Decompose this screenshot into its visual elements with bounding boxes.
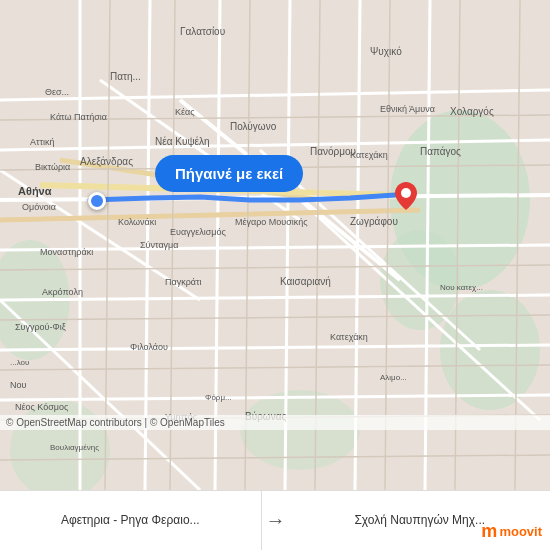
svg-text:Ψυχικό: Ψυχικό (370, 46, 402, 57)
svg-text:Παπάγος: Παπάγος (420, 146, 461, 157)
svg-text:Πατη...: Πατη... (110, 71, 141, 82)
svg-text:Ευαγγελισμός: Ευαγγελισμός (170, 227, 226, 237)
svg-point-3 (440, 290, 540, 410)
to-label: Σχολή Ναυπηγών Μηχ... (354, 513, 485, 529)
svg-text:Ακρόπολη: Ακρόπολη (42, 287, 83, 297)
svg-text:...λου: ...λου (10, 358, 29, 367)
moovit-icon: m (481, 521, 497, 542)
map-container[interactable]: Γαλατσίου Ψυχικό Πατη... Θεσ... Κάτω Πατ… (0, 0, 550, 490)
svg-text:Βικτώρια: Βικτώρια (35, 162, 70, 172)
svg-text:Παγκράτι: Παγκράτι (165, 277, 202, 287)
svg-point-83 (401, 188, 411, 198)
svg-text:Καισαριανή: Καισαριανή (280, 276, 331, 287)
svg-text:Κατεχάκη: Κατεχάκη (330, 332, 368, 342)
navigate-button[interactable]: Πήγαινέ με εκεί (155, 155, 303, 192)
destination-marker (395, 182, 417, 210)
svg-text:Κέας: Κέας (175, 107, 195, 117)
from-label: Αφετηρια - Ρηγα Φεραιο... (61, 513, 200, 529)
svg-text:Μέγαρο Μουσικής: Μέγαρο Μουσικής (235, 217, 308, 227)
moovit-text: moovit (499, 524, 542, 539)
svg-text:Αλεξάνδρας: Αλεξάνδρας (80, 156, 133, 168)
svg-text:Κολωνάκι: Κολωνάκι (118, 217, 156, 227)
svg-text:Αττική: Αττική (30, 137, 55, 147)
svg-text:Νέα Κυψέλη: Νέα Κυψέλη (155, 136, 210, 147)
svg-text:Θεσ...: Θεσ... (45, 87, 69, 97)
svg-text:Ομόνοια: Ομόνοια (22, 202, 56, 212)
svg-text:Κατεχάκη: Κατεχάκη (350, 150, 388, 160)
svg-text:Κάτω Πατήσια: Κάτω Πατήσια (50, 112, 107, 122)
svg-text:Νέος Κόσμος: Νέος Κόσμος (15, 402, 69, 412)
svg-text:Φιλολάου: Φιλολάου (130, 342, 168, 352)
svg-text:Βουλιαγμένης: Βουλιαγμένης (50, 443, 99, 452)
svg-text:Νου: Νου (10, 380, 27, 390)
svg-text:Φόρμ...: Φόρμ... (205, 393, 232, 402)
origin-marker (88, 192, 106, 210)
moovit-logo: m moovit (481, 521, 542, 542)
svg-text:Αλιμο...: Αλιμο... (380, 373, 407, 382)
from-section: Αφετηρια - Ρηγα Φεραιο... (0, 491, 262, 550)
svg-text:Μοναστηράκι: Μοναστηράκι (40, 247, 93, 257)
copyright-text: © OpenStreetMap contributors | © OpenMap… (6, 417, 225, 428)
svg-text:Νου κατεχ...: Νου κατεχ... (440, 283, 483, 292)
direction-arrow: → (262, 509, 290, 532)
svg-text:Αθήνα: Αθήνα (18, 185, 52, 197)
svg-text:Συγγρού-Φιξ: Συγγρού-Φιξ (15, 322, 66, 332)
svg-text:Χολαργός: Χολαργός (450, 106, 494, 117)
svg-text:Ζωγράφου: Ζωγράφου (350, 216, 398, 227)
svg-text:Γαλατσίου: Γαλατσίου (180, 26, 225, 37)
svg-text:Εθνική Άμυνα: Εθνική Άμυνα (380, 104, 435, 114)
svg-text:Πολύγωνο: Πολύγωνο (230, 121, 277, 132)
copyright-bar: © OpenStreetMap contributors | © OpenMap… (0, 415, 550, 430)
bottom-bar: Αφετηρια - Ρηγα Φεραιο... → Σχολή Ναυπηγ… (0, 490, 550, 550)
svg-text:Σύνταγμα: Σύνταγμα (140, 240, 179, 250)
